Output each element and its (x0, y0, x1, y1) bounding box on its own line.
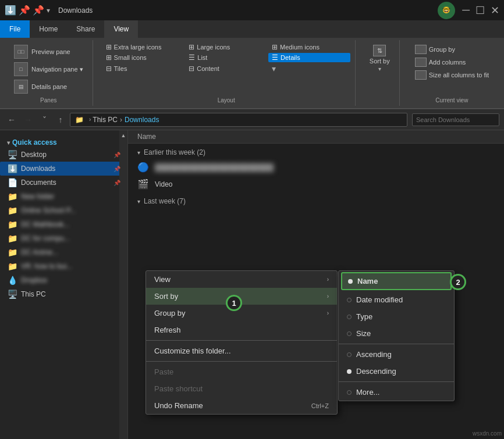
file-list-header: Name (128, 130, 504, 144)
ctx-refresh[interactable]: Refresh (146, 322, 337, 338)
folder4-icon: 📁 (7, 234, 17, 243)
layout-section: ⊞ Extra large icons ⊞ Large icons ⊞ Medi… (98, 40, 356, 106)
tab-view[interactable]: View (104, 20, 138, 38)
name-dot (348, 279, 353, 284)
sort-arrow: › (327, 293, 329, 299)
extra-large-icons-btn[interactable]: ⊞ Extra large icons (102, 42, 184, 52)
ctx-sort-by[interactable]: Sort by › (146, 288, 337, 305)
layout-label: Layout (218, 97, 235, 103)
sort-icon: ⇅ (373, 45, 386, 56)
folder6-icon: 📁 (7, 262, 17, 271)
video-icon: 🎬 (137, 179, 149, 190)
sidebar: ▲ ▾ Quick access 🖥️ Desktop 📌 ⬇️ Downloa… (0, 130, 128, 439)
window-title: Downloads (58, 6, 93, 15)
group-arrow: › (327, 310, 329, 316)
small-icons-btn[interactable]: ⊞ Small icons (102, 53, 184, 62)
address-downloads: Downloads (125, 116, 159, 124)
recent-btn[interactable]: ˅ (37, 113, 51, 127)
file-item-blurred[interactable]: 🔵 ████████████████████████ (128, 159, 504, 176)
quick-access-label: Quick access (12, 138, 57, 147)
context-menu[interactable]: View › Sort by › Group by › Refresh Cust… (145, 270, 338, 415)
sidebar-item-thispc[interactable]: 🖥️ This PC (0, 287, 127, 301)
search-input[interactable] (412, 113, 499, 126)
sub-name[interactable]: Name (341, 272, 452, 290)
ctx-undo-rename[interactable]: Undo Rename Ctrl+Z (146, 397, 337, 414)
group-by-btn[interactable]: Group by (411, 44, 492, 55)
sidebar-item-documents[interactable]: 📄 Documents 📌 (0, 176, 127, 190)
ctx-customize[interactable]: Customize this folder... (146, 342, 337, 359)
back-btn[interactable]: ← (5, 113, 19, 127)
sidebar-item-folder6[interactable]: 📁 VR: how to bui... (0, 259, 127, 273)
maximize-btn[interactable]: ☐ (475, 4, 485, 17)
ctx-paste-shortcut: Paste shortcut (146, 380, 337, 397)
sidebar-item-folder3[interactable]: 📁 DC Mathbook... (0, 217, 127, 231)
sub-type[interactable]: Type (339, 308, 454, 325)
layout-more-btn[interactable]: ▾ (268, 63, 350, 74)
tab-home[interactable]: Home (30, 20, 67, 38)
ctx-group-by[interactable]: Group by › (146, 305, 337, 322)
view-arrow: › (327, 276, 329, 283)
asc-dot (347, 352, 352, 357)
folder1-icon: 📁 (7, 192, 17, 201)
file-item-video[interactable]: 🎬 Video (128, 176, 504, 192)
details-pane-icon: ▤ (14, 80, 28, 94)
tab-share[interactable]: Share (67, 20, 104, 38)
tiles-btn[interactable]: ⊟ Tiles (102, 63, 184, 74)
sort-section: ⇅ Sort by ▾ (360, 40, 400, 106)
dropbox-icon: 💧 (7, 276, 17, 285)
ctx-view[interactable]: View › (146, 271, 337, 288)
ctx-sep2 (146, 361, 337, 362)
panes-label: Panes (40, 97, 56, 103)
folder2-icon: 📁 (7, 206, 17, 215)
sort-submenu[interactable]: Name Date modified Type Size Ascending D… (338, 270, 455, 401)
address-bar[interactable]: 📁 › This PC › Downloads (70, 113, 407, 127)
sidebar-item-downloads[interactable]: ⬇️ Downloads 📌 (0, 162, 127, 176)
sidebar-scroll-up[interactable]: ▲ (121, 133, 126, 138)
content-btn[interactable]: ⊟ Content (185, 63, 267, 74)
type-dot (347, 315, 352, 319)
pin-icon-desktop: 📌 (113, 152, 120, 158)
pin-icon-downloads: 📌 (113, 166, 120, 172)
size-dot (347, 331, 352, 336)
sub-descending[interactable]: Descending (339, 363, 454, 380)
sidebar-item-folder2[interactable]: 📁 Online School P... (0, 204, 127, 217)
details-btn[interactable]: ☰ Details (268, 53, 350, 62)
desc-dot (347, 369, 352, 374)
sidebar-item-desktop[interactable]: 🖥️ Desktop 📌 (0, 148, 127, 162)
more-dot (347, 390, 352, 395)
preview-pane-icon: □□ (14, 45, 28, 59)
large-icons-btn[interactable]: ⊞ Large icons (185, 42, 267, 52)
current-view-label: Current view (435, 97, 468, 103)
group-chevron-1: ▾ (137, 149, 140, 156)
sub-ascending[interactable]: Ascending (339, 346, 454, 363)
ctx-sep1 (146, 340, 337, 341)
up-btn[interactable]: ↑ (54, 113, 68, 127)
pin-icon-documents: 📌 (113, 180, 120, 186)
sidebar-item-dropbox[interactable]: 💧 Dropbox (0, 273, 127, 287)
file-icon-blurred: 🔵 (137, 162, 149, 173)
forward-btn[interactable]: → (21, 113, 35, 127)
minimize-btn[interactable]: ─ (462, 4, 470, 16)
nav-bar: ← → ˅ ↑ 📁 › This PC › Downloads (0, 109, 504, 130)
size-columns-btn[interactable]: Size all columns to fit (411, 69, 492, 81)
sub-size[interactable]: Size (339, 325, 454, 342)
details-pane-btn[interactable]: ▤ Details pane (10, 78, 87, 95)
navigation-pane-btn[interactable]: □ Navigation pane ▾ (10, 61, 87, 77)
tab-file[interactable]: File (0, 20, 30, 38)
add-columns-btn[interactable]: Add columns (411, 56, 492, 68)
size-icon (415, 70, 427, 80)
medium-icons-btn[interactable]: ⊞ Medium icons (268, 42, 350, 52)
sidebar-item-folder1[interactable]: 📁 New folder (0, 190, 127, 204)
sub-sep2 (339, 381, 454, 382)
list-btn[interactable]: ☰ List (185, 53, 267, 62)
sidebar-item-folder4[interactable]: 📁 DC for compu... (0, 231, 127, 245)
sort-by-btn[interactable]: ⇅ Sort by ▾ (365, 42, 395, 74)
sub-sep1 (339, 344, 454, 344)
sidebar-item-folder5[interactable]: 📁 DC Anime... (0, 245, 127, 259)
preview-pane-btn[interactable]: □□ Preview pane (10, 44, 87, 60)
sub-more[interactable]: More... (339, 384, 454, 401)
sub-date-modified[interactable]: Date modified (339, 291, 454, 308)
close-btn[interactable]: ✕ (491, 4, 499, 17)
layout-buttons: ⊞ Extra large icons ⊞ Large icons ⊞ Medi… (102, 42, 350, 74)
ribbon-tabs: File Home Share View (0, 20, 504, 38)
